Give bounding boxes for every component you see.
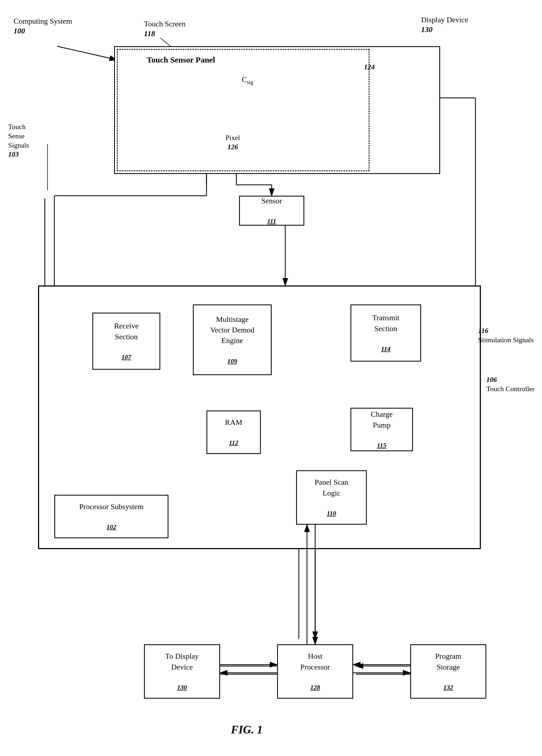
stimulation-label: 116 Stimulation Signals (478, 326, 534, 345)
ram-box: RAM 112 (207, 410, 261, 454)
tc-num: 106 (486, 376, 497, 384)
touch-screen-label: Touch Screen 118 (144, 19, 186, 39)
panel-scan-text: Panel Scan Logic (314, 477, 348, 498)
transmit-section-box: Transmit Section 114 (350, 304, 421, 362)
csig-text: C (242, 75, 247, 84)
computing-system-num: 100 (14, 27, 25, 35)
touch-screen-num: 118 (144, 29, 155, 38)
transmit-section-num: 114 (381, 344, 391, 354)
csig-subscript: sig (247, 79, 253, 85)
figure-label: FIG. 1 (231, 723, 263, 736)
sensor-num: 111 (267, 217, 276, 226)
csig-label: Csig (242, 75, 253, 86)
to-display-text: To Display Device (165, 651, 199, 672)
program-storage-box: Program Storage 132 (410, 644, 486, 699)
panel-scan-box: Panel Scan Logic 110 (296, 470, 367, 525)
receive-section-num: 107 (122, 353, 131, 362)
display-device-text: Display Device (421, 15, 468, 24)
computing-system-text: Computing System (14, 17, 72, 25)
host-processor-box: Host Processor 128 (277, 644, 353, 699)
host-processor-num: 128 (310, 683, 320, 692)
touch-controller-label: 106 Touch Controller (486, 375, 535, 394)
processor-subsystem-num: 102 (107, 522, 116, 532)
to-display-box: To Display Device 130 (144, 644, 220, 699)
receive-section-text: Receive Section (114, 321, 139, 342)
fig-label-text: FIG. 1 (231, 723, 263, 736)
touch-sense-num: 103 (8, 150, 19, 158)
sensor-text: Sensor (262, 195, 282, 206)
processor-subsystem-box: Processor Subsystem 102 (54, 495, 169, 538)
touch-screen-text: Touch Screen (144, 20, 186, 28)
pixel-label: Pixel 126 (226, 133, 240, 152)
transmit-section-text: Transmit Section (372, 312, 399, 334)
ram-text: RAM (225, 417, 242, 428)
receive-section-box: Receive Section 107 (92, 313, 160, 370)
charge-pump-text: Charge Pump (371, 409, 392, 430)
processor-subsystem-text: Processor Subsystem (79, 501, 144, 512)
touch-sensor-panel-text: Touch Sensor Panel (147, 55, 215, 64)
ram-num: 112 (229, 438, 239, 447)
display-device-label: Display Device 130 (421, 15, 468, 35)
program-storage-text: Program Storage (435, 651, 461, 672)
tc-text: Touch Controller (486, 385, 535, 393)
touch-screen-box (117, 49, 369, 171)
touch-sense-label: TouchSenseSignals 103 (8, 122, 29, 159)
touch-sensor-panel-label: Touch Sensor Panel (147, 54, 215, 65)
host-processor-text: Host Processor (300, 651, 330, 672)
stim-num: 116 (478, 327, 488, 335)
charge-pump-num: 115 (377, 441, 387, 450)
multistage-text: Multistage Vector Demod Engine (210, 314, 255, 346)
multistage-box: Multistage Vector Demod Engine 109 (193, 304, 272, 375)
to-display-num: 130 (177, 683, 187, 692)
display-device-num: 130 (421, 25, 432, 34)
stim-text: Stimulation Signals (478, 336, 534, 344)
panel-scan-num: 110 (327, 509, 336, 518)
computing-system-label: Computing System 100 (14, 16, 72, 36)
pixel-text: Pixel (226, 134, 240, 142)
pixel-num: 126 (228, 143, 238, 151)
num-124: 124 (364, 63, 375, 71)
sensor-box: Sensor 111 (239, 196, 304, 226)
charge-pump-box: Charge Pump 115 (350, 408, 413, 451)
svg-line-42 (57, 46, 117, 60)
program-storage-num: 132 (443, 683, 453, 692)
multistage-num: 109 (228, 357, 237, 366)
label-124: 124 (364, 63, 375, 72)
diagram: Computing System 100 Touch Screen 118 Di… (0, 0, 542, 756)
